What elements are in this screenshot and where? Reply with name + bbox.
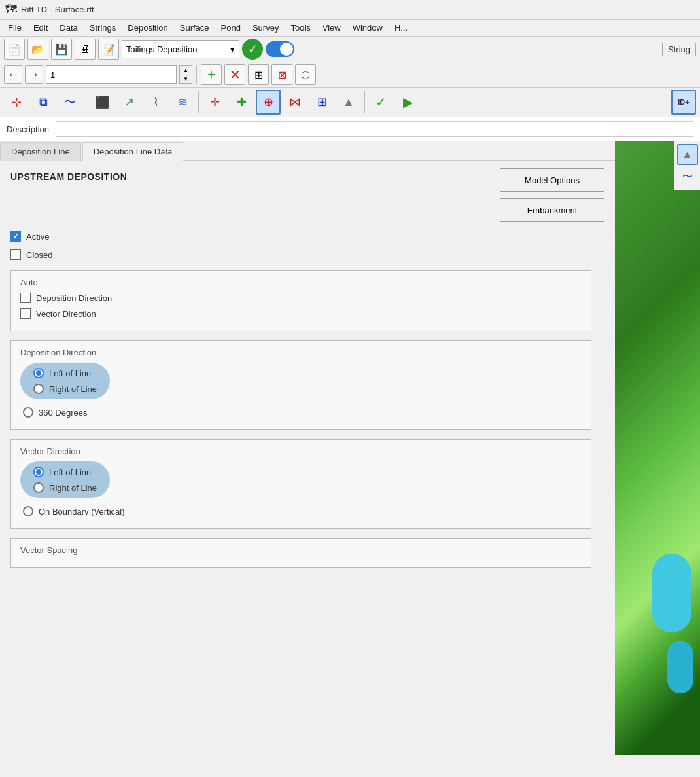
closed-label: Closed (26, 250, 52, 260)
vector-left-radio[interactable] (33, 467, 44, 477)
menu-help[interactable]: H... (389, 21, 413, 35)
vector-spacing-group: Vector Spacing (10, 538, 591, 568)
node-tool[interactable]: ⧉ (31, 90, 56, 115)
play-tool[interactable]: ▶ (395, 90, 420, 115)
polygon-button[interactable]: ⬡ (295, 64, 316, 85)
auto-deposition-direction-checkbox[interactable] (20, 293, 31, 303)
forward-button[interactable]: → (25, 65, 43, 84)
menu-tools[interactable]: Tools (285, 21, 315, 35)
print-button[interactable]: 🖨 (75, 39, 96, 60)
menu-file[interactable]: File (3, 21, 27, 35)
menu-deposition[interactable]: Deposition (122, 21, 173, 35)
spinner-down[interactable]: ▼ (180, 75, 192, 83)
toggle-switch[interactable] (266, 41, 294, 57)
spinner-up[interactable]: ▲ (180, 66, 192, 75)
back-button[interactable]: ← (4, 65, 22, 84)
app-icon: 🗺 (5, 3, 17, 16)
form-content: UPSTREAM DEPOSITION Model Options Embank… (0, 161, 615, 587)
menu-view[interactable]: View (317, 21, 346, 35)
string-badge: String (662, 43, 696, 56)
vector-left-row: Left of Line (33, 467, 97, 477)
deposition-direction-title: Deposition Direction (20, 348, 582, 357)
menu-surface[interactable]: Surface (175, 21, 215, 35)
model-options-button[interactable]: Model Options (500, 168, 604, 192)
map-terrain (615, 141, 700, 755)
right-buttons: Model Options Embankment (500, 168, 604, 222)
tailings-dropdown[interactable]: Tailings Deposition ▾ (122, 40, 239, 58)
closed-checkbox[interactable] (10, 249, 21, 260)
edit-button[interactable]: 📝 (98, 39, 119, 60)
grid-x-button[interactable]: ⊠ (271, 64, 292, 85)
auto-vector-direction-checkbox[interactable] (20, 308, 31, 319)
deposition-left-row: Left of Line (33, 368, 97, 378)
active-label: Active (26, 232, 49, 242)
main-area: Deposition Line Deposition Line Data UPS… (0, 141, 700, 755)
side-icons-panel: ▲ 〜 (674, 141, 700, 190)
deposition-right-row: Right of Line (33, 384, 97, 394)
nav-input[interactable] (46, 65, 177, 84)
deposition-direction-group: Deposition Direction Left of Line Right … (10, 340, 591, 430)
select-tool[interactable]: ⊹ (4, 90, 29, 115)
terrain-view-button[interactable]: ▲ (677, 144, 698, 165)
mound-tool[interactable]: ▲ (336, 90, 361, 115)
active-checkbox-row: ✓ Active (10, 231, 604, 242)
menu-window[interactable]: Window (347, 21, 388, 35)
axis-tool[interactable]: ⊞ (309, 90, 334, 115)
menu-survey[interactable]: Survey (247, 21, 284, 35)
title-bar: 🗺 Rift TD - Surface.rft (0, 0, 700, 20)
save-button[interactable]: 💾 (51, 39, 72, 60)
id-tool[interactable]: ID+ (671, 90, 696, 115)
right-panel: ▲ 〜 (615, 141, 700, 755)
vector-direction-title: Vector Direction (20, 446, 582, 456)
move2-tool[interactable]: ✚ (229, 90, 254, 115)
vector-spacing-title: Vector Spacing (20, 545, 582, 555)
menu-data[interactable]: Data (54, 21, 82, 35)
chevron-down-icon: ▾ (230, 45, 235, 54)
water-view-button[interactable]: 〜 (677, 166, 698, 187)
menu-edit[interactable]: Edit (28, 21, 53, 35)
auto-group: Auto Deposition Direction Vector Directi… (10, 270, 591, 331)
confirm-button[interactable]: ✓ (242, 39, 263, 60)
cut-fill-tool[interactable]: ⬛ (90, 90, 114, 115)
add-button[interactable]: + (201, 64, 222, 85)
deposition-360-radio[interactable] (23, 407, 33, 418)
closed-checkbox-row: Closed (10, 249, 604, 260)
section-title: UPSTREAM DEPOSITION (10, 172, 127, 182)
menu-bar: File Edit Data Strings Deposition Surfac… (0, 20, 700, 37)
delete-button[interactable]: ✕ (224, 64, 245, 85)
description-input[interactable] (56, 121, 693, 137)
cross-tool[interactable]: ⊕ (256, 90, 281, 115)
map-water (652, 554, 691, 632)
auto-deposition-direction-row: Deposition Direction (20, 293, 582, 303)
snap-tool[interactable]: ⋈ (283, 90, 307, 115)
menu-strings[interactable]: Strings (84, 21, 121, 35)
move-tool[interactable]: ✛ (202, 90, 227, 115)
slope-tool[interactable]: ↗ (116, 90, 141, 115)
tab-deposition-line-data[interactable]: Deposition Line Data (82, 142, 184, 161)
vector-boundary-radio[interactable] (23, 506, 33, 516)
open-button[interactable]: 📂 (27, 39, 48, 60)
toolbar-1: 📄 📂 💾 🖨 📝 Tailings Deposition ▾ ✓ String (0, 37, 700, 62)
vector-boundary-label: On Boundary (Vertical) (39, 507, 125, 516)
description-row: Description (0, 117, 700, 141)
active-checkbox[interactable]: ✓ (10, 231, 21, 242)
vector-right-label: Right of Line (49, 483, 97, 493)
grid-button[interactable]: ⊞ (248, 64, 269, 85)
wave-tool[interactable]: ≋ (170, 90, 195, 115)
embankment-button[interactable]: Embankment (500, 198, 604, 222)
vector-right-radio[interactable] (33, 482, 44, 493)
deposition-right-radio[interactable] (33, 384, 44, 394)
line-tool[interactable]: 〜 (58, 90, 82, 115)
menu-pond[interactable]: Pond (216, 21, 246, 35)
new-button[interactable]: 📄 (4, 39, 25, 60)
tab-deposition-line[interactable]: Deposition Line (0, 142, 81, 161)
auto-deposition-direction-label: Deposition Direction (36, 293, 112, 303)
vector-right-row: Right of Line (33, 482, 97, 493)
deposition-360-label: 360 Degrees (39, 408, 87, 418)
deposition-left-label: Left of Line (49, 369, 91, 378)
check-tool[interactable]: ✓ (368, 90, 393, 115)
profile-tool[interactable]: ⌇ (143, 90, 168, 115)
deposition-left-radio[interactable] (33, 368, 44, 378)
vector-direction-group: Vector Direction Left of Line Right of L… (10, 439, 591, 529)
auto-group-title: Auto (20, 278, 582, 287)
